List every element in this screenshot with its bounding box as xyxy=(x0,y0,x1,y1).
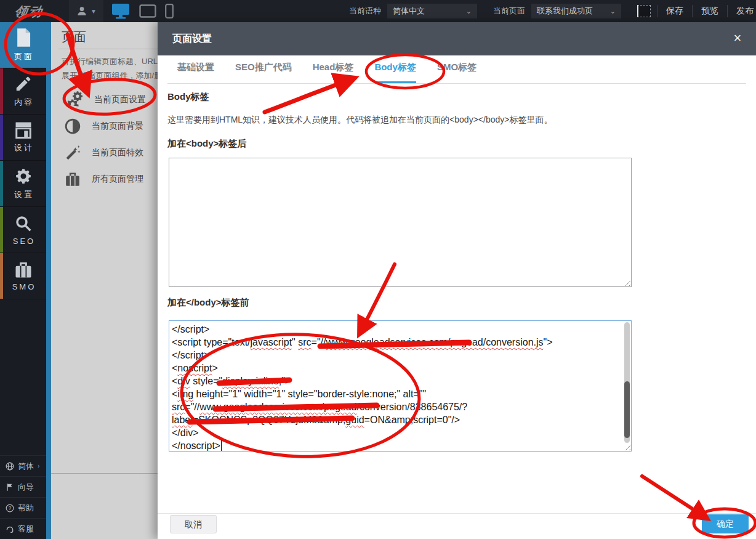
divider xyxy=(158,513,756,514)
sidebar-item-smo[interactable]: SMO xyxy=(0,253,46,299)
panel-title: 页面 xyxy=(62,29,86,46)
sidebar-item-design[interactable]: 设计 xyxy=(0,115,46,161)
divider xyxy=(58,49,158,49)
sidebar-item-label: 帮助 xyxy=(18,503,34,514)
close-icon[interactable]: × xyxy=(728,28,747,48)
magic-wand-icon xyxy=(65,145,81,161)
main-sidebar: 页面 内容 设计 设置 SEO SMO xyxy=(0,22,46,539)
after-body-input[interactable] xyxy=(169,158,632,287)
publish-button[interactable]: 发布 xyxy=(734,6,756,17)
stripe xyxy=(0,161,3,206)
gear-icon xyxy=(14,167,33,185)
divider xyxy=(727,5,728,17)
top-toolbar: 领动 ▼ 当前语种 简体中文 ⌄ 当前页面 联系我们成功页 xyxy=(0,0,756,22)
border-toggle-icon[interactable] xyxy=(637,5,651,17)
current-page-label: 当前页面 xyxy=(493,6,525,17)
tab-seo-code[interactable]: SEO推广代码 xyxy=(235,62,292,83)
toolbar-right: 当前语种 简体中文 ⌄ 当前页面 联系我们成功页 ⌄ 保存 预览 发布 xyxy=(349,0,756,22)
sidebar-item-wizard[interactable]: 向导 xyxy=(0,476,46,497)
sidebar-item-seo[interactable]: SEO xyxy=(0,207,46,253)
menu-item-current-page-effects[interactable]: 当前页面特效 xyxy=(51,139,158,166)
sidebar-item-settings[interactable]: 设置 xyxy=(0,161,46,207)
chevron-down-icon: ▼ xyxy=(90,8,97,15)
chevron-down-icon: ⌄ xyxy=(610,7,616,15)
tablet-icon xyxy=(139,4,156,18)
pencil-icon xyxy=(14,75,33,93)
menu-item-label: 当前页面背景 xyxy=(92,121,143,132)
dialog-tabs: 基础设置 SEO推广代码 Head标签 Body标签 SMO标签 xyxy=(167,62,746,84)
globe-icon xyxy=(6,462,14,471)
before-body-end-input[interactable]: </script><script type="text/javascript" … xyxy=(169,320,632,452)
dialog-title: 页面设置 xyxy=(172,33,212,46)
menu-item-current-page-background[interactable]: 当前页面背景 xyxy=(51,113,158,139)
before-body-end-label: 加在</body>标签前 xyxy=(167,297,249,309)
gears-icon xyxy=(65,91,83,108)
sidebar-item-label: SEO xyxy=(13,237,35,246)
flag-icon xyxy=(6,483,14,492)
sidebar-item-help[interactable]: ? 帮助 xyxy=(0,497,46,518)
app-window: 领动 ▼ 当前语种 简体中文 ⌄ 当前页面 联系我们成功页 xyxy=(0,0,756,539)
menu-item-label: 所有页面管理 xyxy=(92,174,143,185)
menu-item-label: 当前页面特效 xyxy=(92,147,143,158)
stripe xyxy=(0,207,3,253)
page-panel: 页面 可执行编辑页面标题、URL，更 展开/收缩页面组件，添加/删除 当前页面设… xyxy=(51,22,158,539)
sidebar-item-language[interactable]: 简体 › xyxy=(0,455,46,476)
tab-basic-settings[interactable]: 基础设置 xyxy=(177,62,214,83)
help-icon: ? xyxy=(6,504,14,513)
tab-smo-tag[interactable]: SMO标签 xyxy=(437,62,477,83)
sidebar-item-label: 简体 xyxy=(18,461,34,472)
after-body-label: 加在<body>标签后 xyxy=(167,138,246,150)
panel-menu: 当前页面设置 当前页面背景 当前页面特效 所有页面管理 xyxy=(51,86,158,192)
divider xyxy=(657,5,657,17)
page-settings-dialog: 页面设置 × 基础设置 SEO推广代码 Head标签 Body标签 SMO标签 … xyxy=(158,22,756,539)
sidebar-item-label: 设置 xyxy=(14,189,34,200)
sidebar-item-label: 向导 xyxy=(18,482,34,493)
divider xyxy=(51,473,158,474)
chevron-right-icon: › xyxy=(38,463,39,469)
tablet-view-button[interactable] xyxy=(139,0,156,22)
sidebar-bottom: 简体 › 向导 ? 帮助 客服 xyxy=(0,455,46,539)
panel-description-line2: 展开/收缩页面组件，添加/删除 xyxy=(62,68,158,83)
svg-text:?: ? xyxy=(9,505,12,511)
storefront-icon xyxy=(14,121,33,139)
section-description: 这里需要用到HTML知识，建议技术人员使用。代码将被追加在当前页面的<body>… xyxy=(167,115,552,126)
language-select[interactable]: 简体中文 ⌄ xyxy=(387,4,477,18)
language-label: 当前语种 xyxy=(349,6,381,17)
sidebar-item-page[interactable]: 页面 xyxy=(0,22,46,68)
tab-body-tag[interactable]: Body标签 xyxy=(374,62,416,83)
menu-item-label: 当前页面设置 xyxy=(94,94,146,105)
desktop-view-button[interactable] xyxy=(111,0,131,22)
current-page-select-value: 联系我们成功页 xyxy=(537,6,593,17)
sidebar-item-content[interactable]: 内容 xyxy=(0,68,46,115)
user-icon xyxy=(76,5,88,17)
current-page-select[interactable]: 联系我们成功页 ⌄ xyxy=(531,4,621,18)
tab-head-tag[interactable]: Head标签 xyxy=(313,62,354,83)
sidebar-item-label: 内容 xyxy=(14,97,34,108)
cancel-button[interactable]: 取消 xyxy=(170,515,217,533)
active-section-stripe xyxy=(46,22,51,539)
preview-button[interactable]: 预览 xyxy=(699,6,721,17)
resize-handle[interactable] xyxy=(623,443,630,450)
mobile-view-button[interactable] xyxy=(165,0,174,22)
stripe xyxy=(0,68,3,114)
briefcase-icon xyxy=(65,172,81,187)
text-cursor xyxy=(221,440,222,451)
mobile-icon xyxy=(165,4,174,18)
headset-icon xyxy=(6,525,14,533)
desktop-icon xyxy=(111,3,131,19)
chevron-down-icon: ⌄ xyxy=(466,7,472,15)
stripe xyxy=(0,253,3,299)
menu-item-all-pages[interactable]: 所有页面管理 xyxy=(51,166,158,192)
code-content: </script><script type="text/javascript" … xyxy=(169,321,622,451)
save-button[interactable]: 保存 xyxy=(664,6,686,17)
language-select-value: 简体中文 xyxy=(393,6,425,17)
resize-handle[interactable] xyxy=(623,278,630,286)
menu-item-current-page-settings[interactable]: 当前页面设置 xyxy=(51,86,158,113)
sidebar-item-support[interactable]: 客服 xyxy=(0,518,46,539)
scrollbar-thumb[interactable] xyxy=(624,381,630,438)
search-icon xyxy=(14,214,33,233)
ok-button[interactable]: 确定 xyxy=(702,514,749,533)
panel-description: 可执行编辑页面标题、URL，更 展开/收缩页面组件，添加/删除 xyxy=(62,54,158,83)
user-menu[interactable]: ▼ xyxy=(69,0,103,22)
sidebar-item-label: 设计 xyxy=(14,142,34,153)
